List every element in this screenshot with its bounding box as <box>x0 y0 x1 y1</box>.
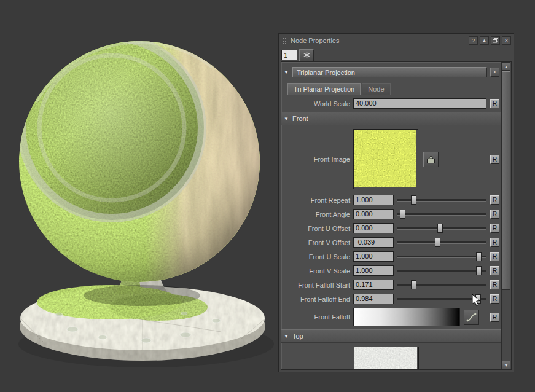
node-title-bar[interactable]: Triplanar Projection <box>292 67 487 77</box>
slider-handle[interactable] <box>400 210 405 219</box>
node-index-input[interactable] <box>281 50 297 60</box>
param-label: Front U Offset <box>281 225 353 232</box>
param-label: Front Angle <box>281 211 353 218</box>
collapse-node-icon[interactable]: ▼ <box>284 69 292 75</box>
scroll-down-button[interactable]: ▼ <box>502 361 510 369</box>
node-header-row: ▼ Triplanar Projection × <box>281 62 502 81</box>
reset-button[interactable]: R <box>490 224 499 233</box>
front-image-row: Front Image <box>281 125 502 193</box>
node-properties-panel: Node Properties ? ▲ × <box>278 33 514 372</box>
reset-button[interactable]: R <box>490 238 499 247</box>
param-slider[interactable] <box>397 265 486 276</box>
top-image-thumbnail[interactable] <box>354 347 419 369</box>
slider-handle[interactable] <box>437 224 443 233</box>
remove-node-button[interactable]: × <box>490 68 499 77</box>
curve-icon <box>466 312 477 323</box>
tab-bar: Tri Planar Projection Node <box>281 81 502 95</box>
pin-node-button[interactable] <box>299 49 314 61</box>
param-label: Front Falloff Start <box>281 281 353 289</box>
slider-track <box>397 241 486 244</box>
param-value-field[interactable]: 1.000 <box>353 251 394 262</box>
param-value-field[interactable]: 0.000 <box>353 223 394 233</box>
param-value-field[interactable]: 0.984 <box>353 294 394 304</box>
scroll-up-button[interactable]: ▲ <box>502 62 510 71</box>
param-label: Front Falloff End <box>281 296 353 303</box>
reset-button[interactable]: R <box>490 210 499 219</box>
param-value-field[interactable]: 1.000 <box>353 265 394 276</box>
param-value-field[interactable]: 0.000 <box>353 209 394 219</box>
param-slider[interactable] <box>397 237 486 248</box>
reset-button[interactable]: R <box>490 155 499 164</box>
restore-window-button[interactable] <box>491 36 500 45</box>
param-label: Front Repeat <box>281 197 353 204</box>
reset-button[interactable]: R <box>490 252 499 261</box>
front-image-label: Front Image <box>281 155 353 163</box>
load-image-button[interactable] <box>423 152 439 167</box>
import-image-icon <box>426 155 435 164</box>
top-section-header[interactable]: ▼ Top <box>281 329 502 343</box>
panel-titlebar[interactable]: Node Properties ? ▲ × <box>279 34 514 45</box>
param-slider[interactable] <box>397 251 486 262</box>
pin-node-icon <box>303 51 311 59</box>
material-preview-viewport[interactable] <box>0 0 279 392</box>
param-label: Front V Offset <box>281 239 353 246</box>
param-row-front-v-scale: Front V Scale 1.000 R <box>281 264 502 278</box>
param-slider[interactable] <box>397 294 486 304</box>
front-section-label: Front <box>292 115 308 122</box>
reset-button[interactable]: R <box>490 195 499 205</box>
front-section-header[interactable]: ▼ Front <box>281 112 502 125</box>
properties-scroll-area: ▼ Triplanar Projection × Tri Planar Proj… <box>281 61 512 370</box>
slider-handle[interactable] <box>411 280 416 289</box>
edit-falloff-curve-button[interactable] <box>464 310 479 325</box>
collapse-front-icon[interactable]: ▼ <box>284 116 292 122</box>
param-row-front-falloff-start: Front Falloff Start 0.171 R <box>281 278 502 292</box>
help-button[interactable]: ? <box>469 36 478 45</box>
front-falloff-label: Front Falloff <box>281 313 353 321</box>
collapse-top-icon[interactable]: ▼ <box>284 334 292 339</box>
param-slider[interactable] <box>397 209 486 219</box>
slider-handle[interactable] <box>435 238 440 247</box>
param-slider[interactable] <box>397 223 486 233</box>
reset-button[interactable]: R <box>490 313 499 322</box>
world-scale-row: World Scale 40.000 R <box>281 96 502 111</box>
param-slider[interactable] <box>397 195 486 205</box>
param-row-front-angle: Front Angle 0.000 R <box>281 207 502 221</box>
properties-content: ▼ Triplanar Projection × Tri Planar Proj… <box>281 62 502 369</box>
param-row-front-falloff-end: Front Falloff End 0.984 R <box>281 292 502 306</box>
param-value-field[interactable]: 0.171 <box>353 280 394 290</box>
vertical-scrollbar[interactable]: ▲ ▼ <box>501 62 511 369</box>
reset-button[interactable]: R <box>490 266 499 275</box>
slider-handle[interactable] <box>411 195 416 205</box>
drag-grip-icon[interactable] <box>282 37 287 44</box>
world-scale-label: World Scale <box>281 100 353 108</box>
param-label: Front V Scale <box>281 267 353 275</box>
param-label: Front U Scale <box>281 253 353 261</box>
tab-tri-planar-projection[interactable]: Tri Planar Projection <box>287 83 361 95</box>
slider-handle[interactable] <box>476 266 482 275</box>
close-panel-button[interactable]: × <box>502 36 511 45</box>
tab-node[interactable]: Node <box>362 83 390 95</box>
param-value-field[interactable]: -0.039 <box>353 237 394 248</box>
material-ball-render <box>0 0 279 392</box>
reset-button[interactable]: R <box>490 99 499 108</box>
reset-button[interactable]: R <box>490 280 499 289</box>
restore-icon <box>493 38 498 43</box>
param-value-field[interactable]: 1.000 <box>353 195 394 205</box>
reset-button[interactable]: R <box>490 294 499 304</box>
top-section-label: Top <box>292 332 303 340</box>
front-falloff-row: Front Falloff R <box>281 306 502 328</box>
param-row-front-v-offset: Front V Offset -0.039 R <box>281 235 502 249</box>
collapse-panel-button[interactable]: ▲ <box>480 36 489 45</box>
world-scale-field[interactable]: 40.000 <box>353 98 486 109</box>
slider-handle[interactable] <box>475 294 481 304</box>
slider-track <box>397 298 486 300</box>
slider-track <box>397 270 486 272</box>
front-image-thumbnail[interactable] <box>353 129 418 189</box>
slider-handle[interactable] <box>476 252 482 261</box>
front-falloff-gradient[interactable] <box>353 308 460 326</box>
panel-title: Node Properties <box>291 37 467 44</box>
scrollbar-thumb[interactable] <box>502 71 510 290</box>
param-slider[interactable] <box>397 280 486 290</box>
param-row-front-repeat: Front Repeat 1.000 R <box>281 193 502 207</box>
param-row-front-u-offset: Front U Offset 0.000 R <box>281 221 502 235</box>
